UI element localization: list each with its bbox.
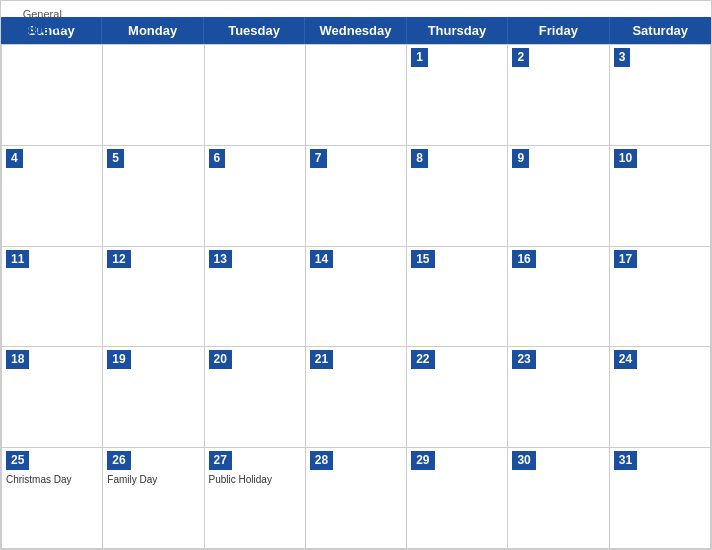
day-number: 23 [512,350,535,369]
day-cell: 24 [610,347,711,448]
day-number: 28 [310,451,333,470]
day-number: 5 [107,149,124,168]
day-cell: 2 [508,45,609,146]
day-cell: 8 [407,146,508,247]
day-number: 22 [411,350,434,369]
day-cell [2,45,103,146]
day-number: 20 [209,350,232,369]
calendar-grid: 1234567891011121314151617181920212223242… [1,44,711,549]
day-cell: 25Christmas Day [2,448,103,549]
day-number: 2 [512,48,529,67]
day-cell: 20 [205,347,306,448]
day-number: 15 [411,250,434,269]
day-cell: 12 [103,247,204,348]
calendar: General Blue SundayMondayTuesdayWednesda… [0,0,712,550]
day-header-tuesday: Tuesday [204,17,305,44]
day-number: 3 [614,48,631,67]
day-number: 29 [411,451,434,470]
day-number: 27 [209,451,232,470]
day-cell: 26Family Day [103,448,204,549]
day-cell: 19 [103,347,204,448]
day-cell: 5 [103,146,204,247]
day-header-saturday: Saturday [610,17,711,44]
day-cell: 28 [306,448,407,549]
day-number: 8 [411,149,428,168]
holiday-name: Family Day [107,473,199,486]
day-number: 16 [512,250,535,269]
day-header-thursday: Thursday [407,17,508,44]
day-number: 1 [411,48,428,67]
day-number: 6 [209,149,226,168]
day-headers-row: SundayMondayTuesdayWednesdayThursdayFrid… [1,17,711,44]
day-cell: 18 [2,347,103,448]
day-cell: 21 [306,347,407,448]
day-header-friday: Friday [508,17,609,44]
day-number: 12 [107,250,130,269]
day-cell: 4 [2,146,103,247]
day-number: 24 [614,350,637,369]
day-cell: 3 [610,45,711,146]
day-cell: 29 [407,448,508,549]
holiday-name: Public Holiday [209,473,301,486]
day-cell: 1 [407,45,508,146]
day-number: 17 [614,250,637,269]
day-number: 30 [512,451,535,470]
day-cell: 9 [508,146,609,247]
day-cell [306,45,407,146]
logo-general-text: General [23,9,62,20]
day-cell: 27Public Holiday [205,448,306,549]
day-number: 13 [209,250,232,269]
logo-blue-text: Blue [17,21,50,36]
day-cell: 22 [407,347,508,448]
day-cell: 10 [610,146,711,247]
day-cell: 30 [508,448,609,549]
day-number: 7 [310,149,327,168]
day-number: 21 [310,350,333,369]
day-number: 25 [6,451,29,470]
day-number: 4 [6,149,23,168]
day-header-wednesday: Wednesday [305,17,406,44]
day-number: 9 [512,149,529,168]
day-cell: 15 [407,247,508,348]
svg-marker-0 [52,22,68,34]
day-cell: 17 [610,247,711,348]
day-number: 14 [310,250,333,269]
day-cell: 11 [2,247,103,348]
day-cell: 7 [306,146,407,247]
day-cell: 6 [205,146,306,247]
day-cell: 23 [508,347,609,448]
day-number: 26 [107,451,130,470]
day-cell: 16 [508,247,609,348]
day-cell: 13 [205,247,306,348]
day-number: 10 [614,149,637,168]
day-cell: 14 [306,247,407,348]
calendar-header: General Blue [1,1,711,17]
day-number: 31 [614,451,637,470]
day-cell [205,45,306,146]
day-cell [103,45,204,146]
day-number: 19 [107,350,130,369]
day-header-monday: Monday [102,17,203,44]
logo-bird-icon [52,20,68,36]
logo: General Blue [17,9,68,36]
holiday-name: Christmas Day [6,473,98,486]
day-number: 11 [6,250,29,269]
day-cell: 31 [610,448,711,549]
day-number: 18 [6,350,29,369]
